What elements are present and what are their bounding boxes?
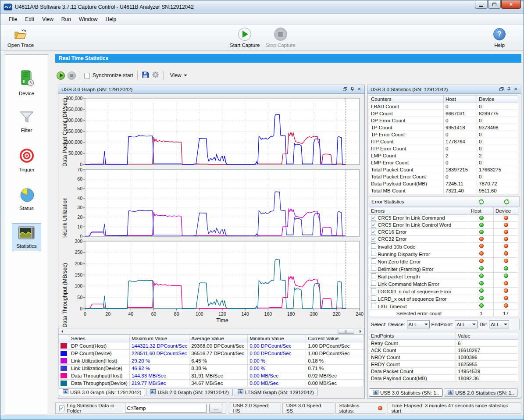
refresh-device-icon[interactable]	[494, 199, 519, 205]
graph-tab[interactable]: USB 2.0 Graph (SN: 12912042)	[146, 388, 232, 396]
browse-folder-button[interactable]: ...	[209, 404, 222, 413]
view-dropdown[interactable]: View	[168, 71, 190, 80]
menu-item-help[interactable]: Help	[102, 15, 121, 24]
table-cell: 17663275	[477, 166, 518, 173]
sidebar-item-trigger[interactable]: Trigger	[14, 145, 39, 175]
scroll-left-arrow[interactable]	[59, 329, 65, 334]
column-header: Device	[494, 207, 518, 215]
table-cell: ITP Count	[369, 138, 444, 145]
menu-item-window[interactable]: Window	[75, 15, 102, 24]
error-checkbox[interactable]: ✓	[371, 230, 376, 235]
table-cell: 0	[444, 159, 477, 166]
table-row: DP Error Count00	[369, 117, 518, 124]
help-button[interactable]: ? Help	[493, 27, 506, 48]
led-cell	[494, 303, 518, 310]
pin-icon[interactable]	[349, 86, 356, 93]
log-statistics-checkbox[interactable]: ✓	[59, 406, 64, 411]
sidebar-item-label: Trigger	[19, 167, 35, 172]
led-cell	[469, 258, 494, 265]
sidebar-item-status[interactable]: Status	[14, 185, 39, 214]
dir-select[interactable]: ALL	[489, 320, 509, 328]
table-cell: 0	[444, 117, 477, 124]
error-checkbox[interactable]	[371, 243, 376, 249]
table-cell: 18397215	[444, 166, 477, 173]
synchronize-start-checkbox[interactable]	[84, 73, 90, 78]
scrollbar-thumb[interactable]	[338, 329, 354, 334]
float-window-icon[interactable]	[498, 86, 505, 93]
table-cell: 1.00 DPCount/Sec	[306, 342, 364, 350]
menu-item-run[interactable]: Run	[57, 15, 75, 24]
table-cell: 0	[477, 103, 518, 110]
error-checkbox[interactable]	[371, 288, 376, 293]
help-label: Help	[494, 43, 505, 48]
float-window-icon[interactable]	[342, 86, 349, 93]
statistics-tab[interactable]: USB 3.0 Statistics (SN: 1..	[369, 388, 443, 397]
table-cell: 8.38 %	[189, 365, 248, 372]
maximize-button[interactable]	[488, 0, 501, 9]
column-header: Current Value	[306, 335, 364, 342]
status-led-icon	[504, 288, 508, 293]
table-row: ERDY Count1625955	[369, 361, 518, 368]
table-cell: 0.92 MB/Sec	[306, 372, 364, 380]
table-cell: 0	[477, 117, 518, 124]
chevron-down-icon	[184, 75, 187, 76]
statistics-toolbar: Synchronize start View	[57, 69, 364, 82]
error-checkbox[interactable]	[371, 303, 376, 308]
error-checkbox[interactable]: ✓	[371, 216, 376, 221]
svg-text:300,000: 300,000	[66, 96, 82, 101]
y-axis-label: Data Packet Count (DP/sec)	[62, 94, 68, 167]
minimize-button[interactable]	[475, 0, 488, 9]
error-checkbox[interactable]	[371, 258, 376, 263]
close-panel-icon[interactable]: ✕	[356, 86, 363, 93]
sidebar-item-device[interactable]: Device	[14, 67, 39, 99]
svg-text:50: 50	[77, 295, 82, 300]
error-checkbox[interactable]	[371, 295, 376, 301]
column-header: Counters	[369, 96, 444, 103]
table-cell: Data Throughput(Device)	[69, 380, 130, 387]
error-checkbox[interactable]: ✓	[371, 237, 376, 242]
statistics-tab[interactable]: USB 2.0 Statistics (SN: 1..	[444, 388, 518, 397]
error-checkbox[interactable]: ✓	[371, 223, 376, 228]
status-led-icon	[504, 216, 508, 220]
error-checkbox[interactable]	[371, 281, 376, 286]
error-row-label: ✓ CRC16 Error	[369, 229, 469, 236]
svg-text:0: 0	[84, 311, 86, 317]
chart-horizontal-scrollbar[interactable]	[58, 328, 364, 335]
scroll-right-arrow[interactable]	[357, 329, 364, 334]
log-statistics-box: ✓ Log Statistics Data in Folder ...	[55, 402, 226, 414]
stats-stop-icon[interactable]	[68, 71, 76, 80]
log-folder-input[interactable]	[125, 404, 207, 413]
sidebar-item-statistics[interactable]: Statistics	[12, 223, 41, 251]
tab-label: USB 3.0 Graph (SN: 12912042)	[70, 390, 141, 395]
endpoint-select[interactable]: ALL	[455, 320, 478, 328]
table-cell: NRDY Count	[369, 354, 456, 361]
device-select[interactable]: ALL	[407, 320, 430, 328]
settings-gear-icon[interactable]	[152, 71, 159, 80]
pin-icon[interactable]	[505, 86, 512, 93]
save-icon[interactable]	[142, 71, 149, 80]
close-button[interactable]: ✕	[501, 0, 521, 9]
error-checkbox[interactable]	[371, 266, 376, 271]
counters-table: CountersHostDeviceLBAD Count00DP Count66…	[369, 95, 520, 194]
menu-item-edit[interactable]: Edit	[21, 15, 38, 24]
graph-tab[interactable]: USB 3.0 Graph (SN: 12912042)	[59, 388, 145, 396]
status-led-icon	[504, 296, 508, 300]
graph-tab[interactable]: LTSSM Graph (SN: 12912042)	[234, 388, 318, 396]
y-axis-label: %Link Utilization	[62, 167, 68, 238]
open-folder-icon	[13, 27, 28, 41]
selected-error-count-label: Selected error count	[369, 310, 469, 317]
stats-start-icon[interactable]	[57, 71, 65, 80]
svg-text:200,000: 200,000	[66, 117, 82, 123]
menu-item-file[interactable]: File	[5, 15, 21, 24]
open-trace-button[interactable]: Open Trace	[7, 27, 34, 48]
refresh-host-icon[interactable]	[468, 199, 494, 205]
close-panel-icon[interactable]: ✕	[512, 86, 519, 93]
menu-item-view[interactable]: View	[38, 15, 57, 24]
start-capture-button[interactable]: Start Capture	[230, 27, 260, 48]
error-checkbox[interactable]	[371, 273, 376, 278]
select-label: Select:	[371, 322, 386, 327]
page-title: Real Time Statistics	[55, 54, 521, 63]
status-led-icon	[479, 274, 484, 278]
sidebar-item-filter[interactable]: Filter	[14, 108, 39, 135]
error-checkbox[interactable]	[371, 251, 376, 256]
